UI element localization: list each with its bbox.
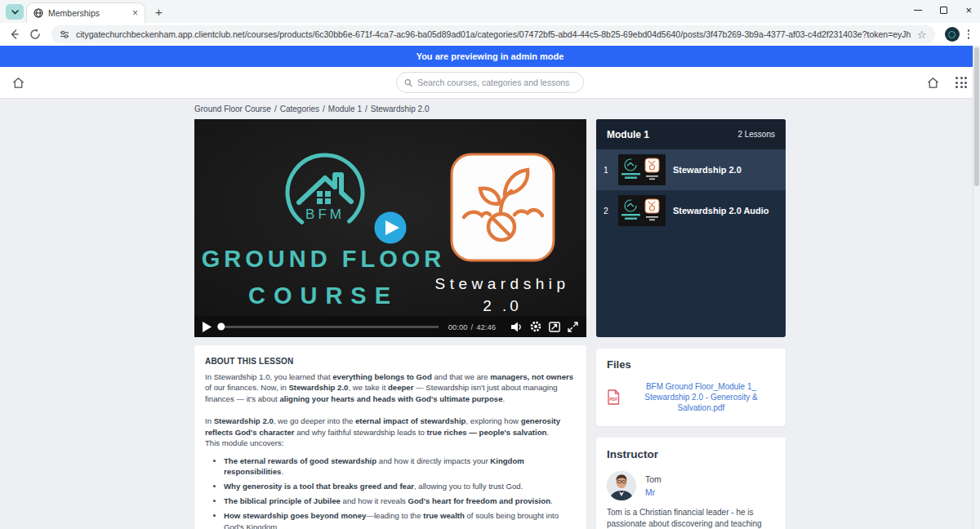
window-controls: ×: [914, 5, 972, 16]
about-bullet: Why generosity is a tool that breaks gre…: [224, 481, 576, 492]
about-bullet: The eternal rewards of good stewardship …: [224, 456, 576, 478]
video-cover-art: BFM GROUND FLOOR COURSE: [194, 119, 586, 316]
browser-menu-icon[interactable]: [964, 28, 973, 41]
window-close-icon[interactable]: ×: [965, 5, 972, 16]
breadcrumb-lesson: Stewardship 2.0: [371, 104, 430, 113]
file-item[interactable]: PDF BFM Ground Floor_Module 1_ Stewardsh…: [607, 381, 775, 413]
svg-text:BFM: BFM: [305, 207, 345, 222]
instructor-avatar: [607, 471, 636, 500]
breadcrumb: Ground Floor Course/Categories/Module 1/…: [194, 98, 786, 119]
module-header: Module 1 2 Lessons: [596, 119, 786, 149]
instructor-bio: Tom is a Christian financial leader - he…: [607, 507, 775, 529]
scrollbar-thumb[interactable]: [974, 47, 979, 186]
settings-gear-icon[interactable]: [530, 321, 541, 332]
files-heading: Files: [607, 358, 775, 371]
lesson-item-stewardship-2-0-audio[interactable]: 2: [596, 190, 786, 231]
window-minimize-icon[interactable]: [914, 10, 922, 11]
breadcrumb-categories[interactable]: Categories: [280, 104, 319, 113]
url-text: citygatechurchbeckenham.app.clientclub.n…: [76, 29, 911, 39]
module-title: Module 1: [607, 129, 649, 140]
pip-icon[interactable]: [549, 322, 560, 332]
home-icon[interactable]: [11, 76, 25, 90]
back-icon[interactable]: [7, 28, 20, 41]
video-player[interactable]: BFM GROUND FLOOR COURSE: [194, 119, 586, 337]
stewardship-badge-icon: [452, 154, 554, 260]
breadcrumb-course[interactable]: Ground Floor Course: [194, 104, 271, 113]
lesson-thumbnail: [618, 154, 666, 185]
play-button[interactable]: [203, 322, 212, 332]
about-uncovers-line: This module uncovers:: [205, 438, 576, 449]
svg-text:PDF: PDF: [609, 397, 617, 402]
lesson-item-stewardship-2-0[interactable]: 1: [596, 149, 786, 190]
page-body: Ground Floor Course/Categories/Module 1/…: [0, 98, 980, 529]
instructor-name: Tom: [645, 474, 662, 484]
new-tab-button[interactable]: +: [155, 6, 163, 18]
about-paragraph: In Stewardship 1.0, you learned that eve…: [205, 371, 576, 405]
admin-preview-banner: You are previewing in admin mode: [0, 46, 980, 67]
current-time: 00:00: [448, 322, 468, 331]
tab-close-icon[interactable]: ×: [132, 8, 138, 18]
browser-toolbar: citygatechurchbeckenham.app.clientclub.n…: [0, 23, 980, 46]
url-bar[interactable]: citygatechurchbeckenham.app.clientclub.n…: [51, 25, 935, 43]
instructor-card: Instructor: [596, 438, 786, 529]
files-card: Files PDF BFM Ground Floor_Module 1_ Ste…: [596, 349, 786, 426]
svg-text:GROUND FLOOR: GROUND FLOOR: [202, 246, 445, 272]
about-bullet-list: The eternal rewards of good stewardship …: [205, 456, 576, 529]
video-controls-bar: 00:00 / 42:46: [194, 316, 586, 337]
module-lessons-panel: Module 1 2 Lessons 1: [596, 119, 786, 337]
search-icon: [404, 78, 412, 87]
globe-favicon-icon: [33, 8, 43, 18]
admin-banner-text: You are previewing in admin mode: [416, 51, 564, 61]
search-input[interactable]: [417, 78, 576, 87]
site-header: [0, 67, 980, 98]
module-lesson-count: 2 Lessons: [737, 130, 775, 139]
svg-text:COURSE: COURSE: [248, 282, 399, 309]
duration: 42:46: [476, 322, 496, 331]
about-lesson-card: ABOUT THIS LESSON In Stewardship 1.0, yo…: [194, 345, 586, 529]
reload-icon[interactable]: [29, 28, 42, 41]
pdf-file-icon: PDF: [607, 389, 620, 405]
home-icon[interactable]: [926, 76, 940, 90]
about-bullet: How stewardship goes beyond money—leadin…: [224, 510, 576, 529]
breadcrumb-module[interactable]: Module 1: [328, 104, 362, 113]
instructor-heading: Instructor: [607, 448, 775, 460]
apps-grid-icon[interactable]: [956, 77, 967, 88]
fullscreen-icon[interactable]: [568, 322, 578, 332]
instructor-title: Mr: [645, 487, 662, 497]
time-display: 00:00 / 42:46: [448, 322, 496, 331]
site-info-icon[interactable]: [60, 29, 69, 39]
bookmark-star-icon[interactable]: ☆: [917, 29, 927, 41]
lesson-thumbnail: [618, 195, 666, 226]
search-bar[interactable]: [396, 72, 584, 93]
tab-title: Memberships: [48, 8, 127, 18]
window-maximize-icon[interactable]: [940, 7, 947, 14]
volume-icon[interactable]: [511, 322, 523, 332]
play-overlay-button: [375, 212, 407, 244]
about-lesson-heading: ABOUT THIS LESSON: [205, 356, 576, 367]
chevron-down-icon: [11, 10, 19, 15]
profile-logo-icon: [948, 31, 956, 38]
tab-search-button[interactable]: [6, 4, 24, 20]
browser-tab-memberships[interactable]: Memberships ×: [26, 2, 145, 23]
file-download-link[interactable]: BFM Ground Floor_Module 1_ Stewardship 2…: [627, 381, 775, 413]
about-paragraph: In Stewardship 2.0, we go deeper into th…: [205, 416, 576, 438]
browser-tabstrip: Memberships × + ×: [0, 0, 980, 23]
progress-scrubber[interactable]: [217, 323, 225, 331]
page-scrollbar[interactable]: [973, 46, 980, 529]
about-bullet: The biblical principle of Jubilee and ho…: [224, 496, 576, 507]
svg-text:Stewardship: Stewardship: [434, 275, 569, 292]
progress-bar[interactable]: [220, 326, 439, 328]
browser-profile-avatar[interactable]: [945, 27, 960, 42]
svg-text:2 .0: 2 .0: [483, 297, 522, 314]
